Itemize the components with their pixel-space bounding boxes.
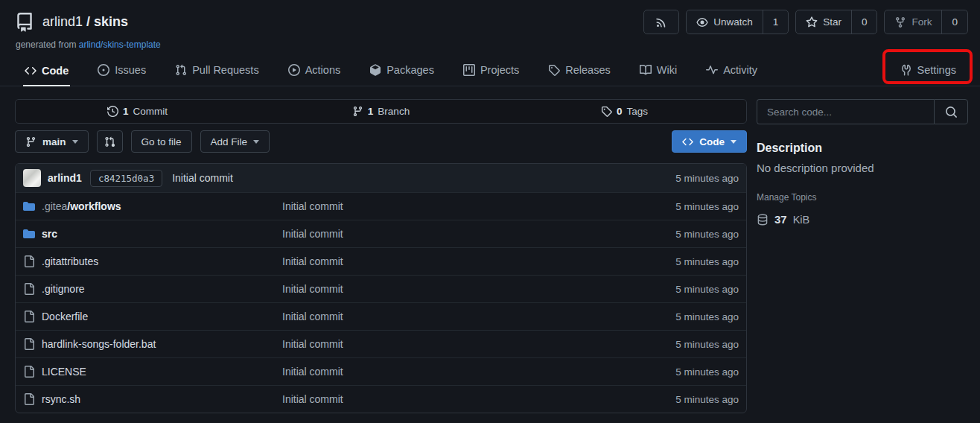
code-search: [757, 99, 968, 124]
commits-stat[interactable]: 1 Commit: [16, 106, 259, 117]
row-commit-time: 5 minutes ago: [675, 366, 739, 378]
fork-label: Fork: [911, 16, 932, 28]
tag-icon: [601, 106, 612, 117]
repo-name-link[interactable]: skins: [94, 14, 128, 29]
branch-icon: [25, 136, 36, 147]
tag-count: 0: [617, 106, 623, 117]
tab-issues[interactable]: Issues: [96, 58, 147, 86]
repo-sidebar: Description No description provided Mana…: [757, 99, 968, 413]
row-commit-message-link[interactable]: Initial commit: [282, 393, 675, 405]
page-title: arlind1/skins: [42, 14, 128, 30]
row-commit-time: 5 minutes ago: [675, 311, 739, 322]
row-commit-message-link[interactable]: Initial commit: [282, 311, 675, 322]
star-button[interactable]: Star: [796, 10, 851, 34]
database-icon: [757, 214, 769, 226]
row-commit-time: 5 minutes ago: [675, 201, 739, 212]
package-icon: [369, 64, 381, 76]
compare-button[interactable]: [97, 130, 123, 153]
repo-action-buttons: Unwatch 1 Star 0 Fork 0: [643, 10, 968, 34]
commit-time: 5 minutes ago: [675, 173, 739, 184]
watchers-count[interactable]: 1: [763, 10, 789, 34]
chevron-down-icon: [253, 140, 259, 144]
row-commit-message-link[interactable]: Initial commit: [282, 366, 675, 378]
row-commit-time: 5 minutes ago: [675, 339, 739, 350]
chevron-down-icon: [731, 140, 736, 144]
file-name-link[interactable]: hardlink-songs-folder.bat: [23, 338, 282, 350]
tab-releases[interactable]: Releases: [547, 58, 611, 86]
latest-commit-row: arlind1 c84215d0a3 Initial commit 5 minu…: [16, 164, 746, 192]
generated-from-note: generated from arlind/skins-template: [0, 34, 980, 50]
row-commit-message-link[interactable]: Initial commit: [282, 228, 675, 240]
commit-author-link[interactable]: arlind1: [48, 172, 82, 184]
file-name-link[interactable]: Dockerfile: [23, 311, 282, 322]
repo-separator: /: [86, 14, 90, 29]
repo-icon: [15, 13, 34, 32]
tab-packages[interactable]: Packages: [368, 58, 436, 86]
code-icon: [25, 65, 36, 77]
template-repo-link[interactable]: arlind/skins-template: [79, 39, 161, 50]
file-name-link[interactable]: LICENSE: [23, 366, 282, 378]
manage-topics-link[interactable]: Manage Topics: [757, 192, 968, 203]
main-content: 1 Commit 1 Branch 0 Tags main: [0, 86, 980, 413]
chevron-down-icon: [72, 140, 78, 144]
code-icon: [682, 136, 693, 147]
folder-icon: [23, 200, 35, 212]
table-row-license: LICENSE Initial commit 5 minutes ago: [16, 357, 746, 385]
repo-toolbar: main Go to file Add File Code: [15, 130, 747, 153]
commit-count: 1: [123, 106, 129, 117]
row-commit-message-link[interactable]: Initial commit: [282, 283, 675, 295]
tab-pull-requests[interactable]: Pull Requests: [174, 58, 260, 86]
row-commit-time: 5 minutes ago: [675, 284, 739, 295]
go-to-file-button[interactable]: Go to file: [131, 130, 192, 153]
file-name-link[interactable]: src: [23, 228, 282, 240]
tab-activity[interactable]: Activity: [704, 58, 759, 86]
file-name-link[interactable]: .gitea/workflows: [23, 200, 282, 212]
tab-projects[interactable]: Projects: [462, 58, 521, 86]
size-unit: KiB: [793, 214, 810, 226]
fork-icon: [894, 16, 906, 28]
row-commit-message-link[interactable]: Initial commit: [282, 200, 675, 212]
search-button[interactable]: [934, 99, 968, 124]
table-row-gitignore: .gitignore Initial commit 5 minutes ago: [16, 275, 746, 302]
search-input[interactable]: [757, 99, 934, 124]
row-commit-time: 5 minutes ago: [675, 256, 739, 267]
stars-count[interactable]: 0: [851, 10, 877, 34]
code-download-button[interactable]: Code: [672, 130, 747, 153]
rss-icon: [655, 16, 667, 28]
project-board-icon: [463, 64, 475, 76]
commit-hash-badge[interactable]: c84215d0a3: [90, 170, 162, 187]
row-commit-message-link[interactable]: Initial commit: [282, 255, 675, 267]
tags-stat[interactable]: 0 Tags: [503, 106, 746, 117]
file-name-link[interactable]: rsync.sh: [23, 393, 282, 405]
star-icon: [806, 16, 818, 28]
tab-code[interactable]: Code: [23, 59, 70, 86]
repo-tabbar: Code Issues Pull Requests Actions Packag…: [0, 58, 980, 86]
rss-button[interactable]: [643, 10, 679, 34]
file-icon: [23, 283, 35, 295]
unwatch-button[interactable]: Unwatch: [687, 10, 763, 34]
repo-owner-link[interactable]: arlind1: [42, 14, 83, 29]
file-name-link[interactable]: .gitignore: [23, 283, 282, 295]
tab-settings[interactable]: Settings: [899, 58, 958, 86]
branch-label: Branch: [378, 106, 410, 117]
branches-stat[interactable]: 1 Branch: [259, 106, 503, 117]
row-commit-message-link[interactable]: Initial commit: [282, 338, 675, 350]
table-row-gitea-workflows: .gitea/workflows Initial commit 5 minute…: [16, 192, 746, 220]
tab-wiki[interactable]: Wiki: [638, 58, 678, 86]
history-icon: [107, 106, 118, 117]
tab-actions[interactable]: Actions: [287, 58, 343, 86]
fork-button[interactable]: Fork: [885, 10, 941, 34]
row-commit-time: 5 minutes ago: [675, 394, 739, 405]
repo-size: 37 KiB: [757, 213, 968, 226]
forks-count[interactable]: 0: [941, 10, 967, 34]
add-file-button[interactable]: Add File: [200, 130, 270, 153]
avatar[interactable]: [23, 169, 41, 187]
star-button-group: Star 0: [795, 10, 877, 34]
table-row-gitattributes: .gitattributes Initial commit 5 minutes …: [16, 247, 746, 275]
description-empty-text: No description provided: [757, 162, 968, 174]
commit-message-link[interactable]: Initial commit: [172, 172, 233, 184]
branch-selector[interactable]: main: [15, 130, 89, 153]
pull-request-icon: [175, 64, 187, 76]
file-name-link[interactable]: .gitattributes: [23, 255, 282, 267]
search-icon: [945, 106, 958, 118]
